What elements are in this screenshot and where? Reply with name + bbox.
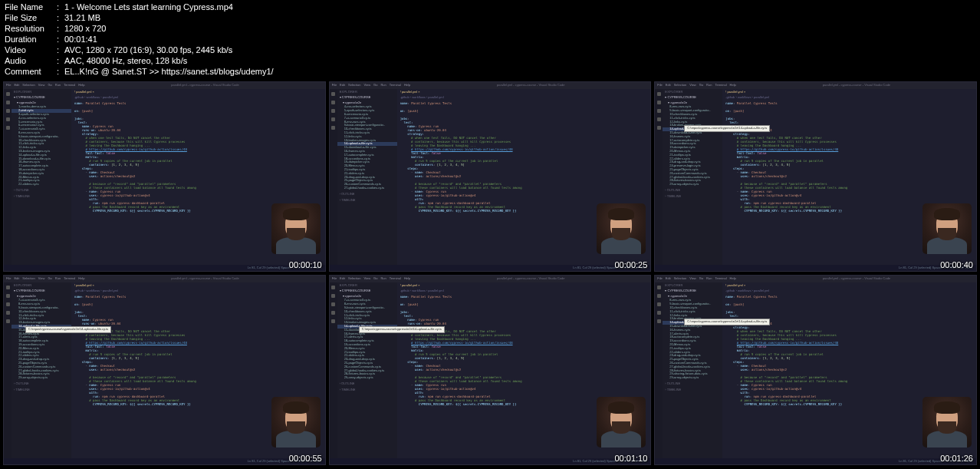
menu-item[interactable]: Terminal	[64, 84, 75, 88]
debug-icon[interactable]	[6, 311, 10, 315]
editor-pane[interactable]: ! parallel.yml × .github › workflows › p…	[722, 282, 976, 458]
file-explorer[interactable]: EXPLORER ▾ CYPRESS-COURSE ▾ cypress\e2e4…	[337, 89, 397, 265]
menu-item[interactable]: Run	[706, 277, 712, 281]
menu-item[interactable]: Go	[699, 84, 703, 88]
files-icon[interactable]	[6, 92, 10, 96]
menu-item[interactable]: Selection	[22, 277, 35, 281]
menu-item[interactable]: View	[363, 84, 370, 88]
file-explorer[interactable]: EXPLORER ▾ CYPRESS-COURSE ▾ cypress\e2e7…	[12, 282, 71, 458]
file-item[interactable]: 29-array-objects.cy.ts	[665, 376, 720, 380]
status-bar[interactable]: Ln 81, Col 29 (selected) Spaces: 2 UTF-8…	[330, 265, 651, 271]
activity-bar[interactable]	[330, 89, 337, 265]
extensions-icon[interactable]	[331, 126, 335, 130]
breadcrumb[interactable]: .github › workflows › parallel.yml	[725, 289, 973, 293]
menu-item[interactable]: Help	[404, 84, 410, 88]
menu-item[interactable]: Go	[373, 277, 377, 281]
menu-item[interactable]: Selection	[674, 84, 686, 88]
menu-item[interactable]: Terminal	[390, 84, 401, 88]
file-item[interactable]: 22-sliders.cy.ts	[14, 183, 69, 187]
menu-item[interactable]: View	[689, 277, 696, 281]
status-bar[interactable]: Ln 81, Col 29 (selected) Spaces: 2 UTF-8…	[655, 458, 976, 464]
timeline-section[interactable]: › TIMELINE	[665, 195, 720, 199]
timeline-section[interactable]: › TIMELINE	[665, 388, 720, 392]
outline-section[interactable]: › OUTLINE	[340, 382, 395, 386]
editor-tab[interactable]: ! parallel.yml ×	[725, 91, 973, 94]
code-editor[interactable]: name: Parallel Cypress Tests on: [push] …	[400, 101, 648, 213]
search-icon[interactable]	[657, 294, 661, 298]
menu-item[interactable]: Edit	[14, 277, 19, 281]
extensions-icon[interactable]	[657, 319, 661, 323]
file-item[interactable]: 29-array-objects.cy.ts	[14, 376, 69, 380]
timeline-section[interactable]: › TIMELINE	[14, 388, 69, 392]
activity-bar[interactable]	[655, 89, 663, 265]
menu-item[interactable]: View	[38, 84, 45, 88]
git-icon[interactable]	[6, 109, 10, 113]
editor-tab[interactable]: ! parallel.yml ×	[725, 284, 973, 288]
menu-item[interactable]: Selection	[348, 84, 360, 88]
menu-item[interactable]: Edit	[340, 84, 345, 88]
menu-item[interactable]: Terminal	[64, 277, 75, 281]
menu-item[interactable]: Go	[373, 84, 377, 88]
breadcrumb[interactable]: .github › workflows › parallel.yml	[74, 289, 322, 293]
menu-item[interactable]: Edit	[666, 84, 671, 88]
files-icon[interactable]	[657, 286, 661, 289]
menu-item[interactable]: Terminal	[390, 277, 401, 281]
menu-item[interactable]: Help	[404, 277, 410, 281]
files-icon[interactable]	[331, 286, 335, 289]
outline-section[interactable]: › OUTLINE	[14, 382, 69, 386]
menu-item[interactable]: Edit	[14, 84, 19, 88]
breadcrumb[interactable]: .github › workflows › parallel.yml	[400, 96, 648, 100]
file-explorer[interactable]: EXPLORER ▾ CYPRESS-COURSE ▾ cypress\e2e8…	[663, 282, 722, 458]
folder-root[interactable]: ▾ CYPRESS-COURSE	[340, 96, 395, 100]
folder-root[interactable]: ▾ CYPRESS-COURSE	[14, 289, 69, 293]
file-explorer[interactable]: EXPLORER ▾ CYPRESS-COURSE ▾ cypress\e2e7…	[337, 282, 397, 458]
menu-item[interactable]: File	[332, 84, 337, 88]
files-icon[interactable]	[6, 286, 10, 289]
extensions-icon[interactable]	[331, 319, 335, 323]
search-icon[interactable]	[6, 101, 10, 104]
activity-bar[interactable]	[330, 282, 337, 458]
menu-item[interactable]: Terminal	[715, 84, 726, 88]
git-icon[interactable]	[657, 302, 661, 306]
status-bar[interactable]: Ln 81, Col 29 (selected) Spaces: 2 UTF-8…	[4, 458, 325, 464]
folder-root[interactable]: ▾ CYPRESS-COURSE	[340, 289, 395, 293]
debug-icon[interactable]	[6, 117, 10, 121]
file-explorer[interactable]: EXPLORER ▾ CYPRESS-COURSE ▾ cypress\e2e1…	[12, 89, 71, 265]
menu-item[interactable]: Run	[380, 84, 386, 88]
menu-item[interactable]: Run	[55, 277, 61, 281]
outline-section[interactable]: › OUTLINE	[14, 189, 69, 193]
editor-tab[interactable]: ! parallel.yml ×	[400, 284, 648, 288]
file-item[interactable]: 27-global-hooks-cookies.cy.ts	[340, 187, 395, 190]
breadcrumb[interactable]: .github › workflows › parallel.yml	[400, 289, 648, 293]
menu-item[interactable]: Help	[730, 277, 736, 281]
activity-bar[interactable]	[655, 282, 663, 458]
menu-item[interactable]: Help	[78, 84, 84, 88]
outline-section[interactable]: › OUTLINE	[665, 189, 720, 193]
search-icon[interactable]	[657, 101, 661, 104]
breadcrumb[interactable]: .github › workflows › parallel.yml	[74, 96, 322, 100]
git-icon[interactable]	[6, 302, 10, 306]
menu-item[interactable]: File	[657, 277, 662, 281]
folder-root[interactable]: ▾ CYPRESS-COURSE	[665, 289, 720, 293]
editor-tab[interactable]: ! parallel.yml ×	[400, 91, 648, 94]
folder-root[interactable]: ▾ CYPRESS-COURSE	[14, 96, 69, 100]
menu-item[interactable]: View	[363, 277, 370, 281]
search-icon[interactable]	[331, 294, 335, 298]
files-icon[interactable]	[657, 92, 661, 96]
menu-item[interactable]: Run	[55, 84, 61, 88]
extensions-icon[interactable]	[6, 126, 10, 130]
outline-section[interactable]: › OUTLINE	[340, 193, 395, 197]
folder-root[interactable]: ▾ CYPRESS-COURSE	[665, 96, 720, 100]
breadcrumb[interactable]: .github › workflows › parallel.yml	[725, 96, 973, 100]
menu-item[interactable]: Go	[48, 84, 51, 88]
menu-item[interactable]: File	[657, 84, 662, 88]
menu-item[interactable]: Go	[699, 277, 703, 281]
status-bar[interactable]: Ln 81, Col 29 (selected) Spaces: 2 UTF-8…	[655, 265, 976, 271]
editor-tab[interactable]: ! parallel.yml ×	[74, 91, 322, 94]
debug-icon[interactable]	[331, 117, 335, 121]
git-icon[interactable]	[657, 109, 661, 113]
menu-item[interactable]: Help	[730, 84, 736, 88]
editor-pane[interactable]: ! parallel.yml × .github › workflows › p…	[722, 89, 976, 265]
git-icon[interactable]	[331, 302, 335, 306]
search-icon[interactable]	[6, 294, 10, 298]
